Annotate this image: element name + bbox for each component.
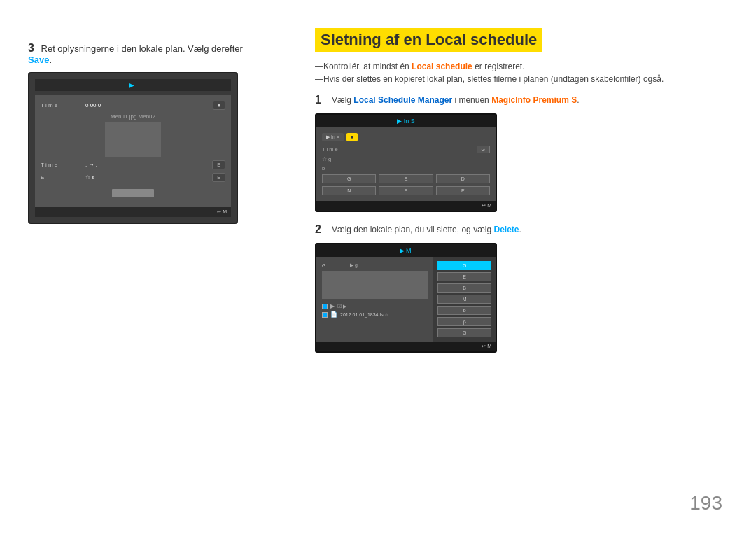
smf-btn-4[interactable]: b	[438, 306, 491, 315]
smf-body: G ▶ g ▶ ☑ ▶ 📄 2012.01.01_1834.lsch G E	[316, 257, 496, 342]
smr-titlebar: ▶ In S	[316, 115, 496, 127]
left-column: 3 Ret oplysningerne i den lokale plan. V…	[28, 42, 266, 224]
note-list: Kontrollér, at mindst én Local schedule …	[315, 62, 714, 84]
screen1-progress	[112, 189, 154, 197]
step2-text: Vælg den lokale plan, du vil slette, og …	[332, 223, 522, 236]
smr-button-row2: N E E	[322, 186, 490, 195]
smr-action-btn2[interactable]: E	[379, 174, 433, 183]
smr-action-btn5[interactable]: E	[379, 186, 433, 195]
smr-b-label: b	[322, 165, 360, 171]
note-item-1: Kontrollér, at mindst én Local schedule …	[315, 62, 714, 71]
smf-left-panel: G ▶ g ▶ ☑ ▶ 📄 2012.01.01_1834.lsch	[316, 257, 433, 342]
screen1-e-label: E	[41, 174, 83, 181]
right-column: Sletning af en Local schedule Kontrollér…	[315, 28, 714, 353]
screen1-time-label: T i m e	[41, 102, 83, 108]
smf-title: ▶ Mi	[400, 247, 413, 254]
screen1-bottombar: ↩ M	[35, 207, 231, 217]
screen1-thumbnail	[105, 122, 161, 157]
screen1-btn-e[interactable]: E	[212, 160, 225, 169]
smr-action-btn3[interactable]: D	[436, 174, 490, 183]
screen1-back[interactable]: ↩ M	[217, 209, 227, 215]
section-title: Sletning af en Local schedule	[315, 28, 542, 52]
step1-text: Vælg Local Schedule Manager i menuen Mag…	[332, 94, 580, 106]
screen1-row2: T i m e : → . E	[41, 160, 225, 169]
smr-action-btn1[interactable]: G	[322, 174, 376, 183]
smr-tab2[interactable]: ●	[346, 133, 358, 141]
smr-g-label: ☆ g	[322, 156, 360, 162]
note-item-2: Hvis der slettes en kopieret lokal plan,…	[315, 74, 714, 84]
page-number: 193	[690, 492, 722, 514]
screen1-s-val: ☆ s	[85, 174, 94, 181]
screen1-title-icon: ▶	[129, 81, 134, 89]
step1-number: 1	[315, 94, 326, 106]
smr-action-btn4[interactable]: N	[322, 186, 376, 195]
screen-mockup-2: ▶ In S ▶ In ≡ ● T i m e G ☆ g b G E D	[315, 113, 497, 212]
smr-bottom: ↩ M	[316, 201, 496, 211]
smr-btn-g[interactable]: G	[477, 146, 490, 153]
smf-checkbox-label: ☑ ▶	[337, 304, 346, 309]
step1-highlight1: Local Schedule Manager	[354, 95, 452, 105]
smr-content: ▶ In ≡ ● T i m e G ☆ g b G E D N E	[316, 127, 496, 201]
step1-highlight2: MagicInfo Premium S	[491, 95, 577, 105]
smr-row3: b	[322, 165, 490, 171]
screen1-menu: Menu1.jpg Menu2	[41, 113, 225, 120]
smf-back[interactable]: ↩ M	[482, 344, 491, 349]
smf-file-item2: 📄 2012.01.01_1834.lsch	[322, 311, 428, 318]
smf-file-icon1: ▶	[330, 303, 335, 309]
screen-mockup-1: ▶ T i m e 0 00 0 ■ Menu1.jpg Menu2 T i m…	[28, 72, 238, 224]
smr-row1: T i m e G	[322, 146, 490, 153]
smr-tab1[interactable]: ▶ In ≡	[322, 133, 344, 141]
smf-right-panel: G E B M b β G	[433, 257, 496, 342]
note1-text: Kontrollér, at mindst én	[323, 62, 410, 71]
smr-tab-row: ▶ In ≡ ●	[322, 133, 490, 141]
screen1-time-dots: : → .	[85, 162, 97, 168]
smr-time-label: T i m e	[322, 146, 360, 153]
smf-btn-2[interactable]: B	[438, 283, 491, 293]
smf-checkbox2[interactable]	[322, 312, 328, 318]
smf-bottom: ↩ M	[316, 342, 496, 351]
note1-end: er registreret.	[475, 62, 524, 71]
step1-pre: Vælg	[332, 95, 351, 105]
save-word: Save	[28, 55, 49, 65]
smf-header-row: G ▶ g	[322, 262, 428, 268]
screen1-titlebar: ▶	[35, 79, 231, 91]
smf-preview	[322, 271, 428, 299]
smf-file-item1: ▶ ☑ ▶	[322, 303, 428, 309]
smf-file-name: 2012.01.01_1834.lsch	[340, 312, 388, 317]
smr-row2: ☆ g	[322, 156, 490, 162]
step2-number: 2	[315, 223, 326, 236]
step3-text: Ret oplysningerne i den lokale plan. Væl…	[41, 43, 243, 54]
screen1-row1: T i m e 0 00 0 ■	[41, 101, 225, 110]
smf-btn-3[interactable]: M	[438, 295, 491, 304]
note1-highlight: Local schedule	[412, 62, 472, 71]
step2-highlight: Delete	[493, 225, 519, 234]
smf-col1-header: G	[322, 263, 350, 268]
screen1-row3: E ☆ s E	[41, 173, 225, 182]
step2-row: 2 Vælg den lokale plan, du vil slette, o…	[315, 223, 714, 236]
smr-back[interactable]: ↩ M	[482, 203, 491, 209]
screen-mockup-3: ▶ Mi G ▶ g ▶ ☑ ▶ 📄 2012.01.01_1834.lsch	[315, 243, 497, 353]
smf-file-icon2: 📄	[330, 311, 337, 318]
step1-mid: i menuen	[454, 95, 489, 105]
screen1-time-label2: T i m e	[41, 162, 83, 168]
smf-btn-5[interactable]: β	[438, 317, 491, 326]
screen1-btn-right[interactable]: ■	[213, 101, 225, 110]
smf-btn-active[interactable]: G	[438, 261, 491, 270]
step2-pre: Vælg den lokale plan, du vil slette, og …	[332, 225, 491, 234]
step3-number: 3	[28, 42, 34, 54]
smr-action-btn6[interactable]: E	[436, 186, 490, 195]
smr-title: ▶ In S	[397, 118, 415, 125]
step3-label: 3 Ret oplysningerne i den lokale plan. V…	[28, 42, 266, 65]
screen1-content: T i m e 0 00 0 ■ Menu1.jpg Menu2 T i m e…	[35, 95, 231, 207]
smr-button-row1: G E D	[322, 174, 490, 183]
screen1-time-value: 0 00 0	[85, 102, 101, 108]
smf-col2-header: ▶ g	[350, 262, 358, 268]
smf-checkbox1[interactable]	[322, 304, 328, 309]
screen1-btn-e2[interactable]: E	[212, 173, 225, 182]
smf-btn-6[interactable]: G	[438, 328, 491, 337]
smf-titlebar: ▶ Mi	[316, 244, 496, 257]
step1-row: 1 Vælg Local Schedule Manager i menuen M…	[315, 94, 714, 106]
smf-btn-1[interactable]: E	[438, 272, 491, 281]
